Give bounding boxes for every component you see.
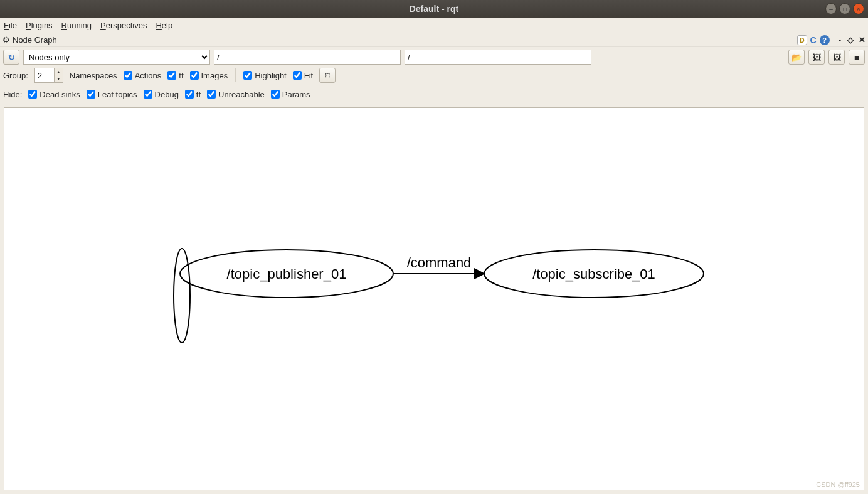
toolbar-hide: Hide: Dead sinks Leaf topics Debug tf Un… xyxy=(0,85,868,104)
window-title: Default - rqt xyxy=(0,4,868,14)
fit-button[interactable]: ⌑ xyxy=(319,68,336,83)
images-checkbox[interactable]: Images xyxy=(190,71,228,80)
panel-float-icon[interactable]: ◇ xyxy=(847,35,854,45)
graph-canvas-wrap: /topic_publisher_01 /topic_subscribe_01 … xyxy=(0,104,868,494)
menu-help[interactable]: Help xyxy=(156,21,172,30)
rosout-node-ellipse xyxy=(174,249,190,343)
panel-header: ⚙ Node Graph D C ? - ◇ ✕ xyxy=(0,33,868,47)
window-maximize-button[interactable]: □ xyxy=(839,3,850,14)
debug-checkbox[interactable]: Debug xyxy=(144,90,179,99)
refresh-c-icon[interactable]: C xyxy=(808,35,818,45)
hide-label: Hide: xyxy=(3,90,22,99)
params-checkbox[interactable]: Params xyxy=(271,90,310,99)
group-spinbox[interactable]: ▲ ▼ xyxy=(34,68,63,83)
menu-running[interactable]: Running xyxy=(61,21,92,30)
menubar: File Plugins Running Perspectives Help xyxy=(0,18,868,33)
group-label: Group: xyxy=(3,71,28,80)
watermark: CSDN @ff925 xyxy=(816,481,860,488)
unreachable-checkbox[interactable]: Unreachable xyxy=(207,90,265,99)
toolbar-group: Group: ▲ ▼ Namespaces Actions tf Images … xyxy=(0,66,868,85)
subscriber-label: /topic_subscribe_01 xyxy=(532,266,655,282)
spin-up-icon[interactable]: ▲ xyxy=(54,68,63,75)
open-folder-button[interactable]: 📂 xyxy=(788,50,805,65)
group-spin-input[interactable] xyxy=(35,71,51,80)
actions-checkbox[interactable]: Actions xyxy=(124,71,162,80)
menu-file[interactable]: File xyxy=(4,21,17,30)
display-mode-select[interactable]: Nodes only xyxy=(23,50,210,65)
tf-checkbox-1[interactable]: tf xyxy=(167,71,183,80)
window-square-button[interactable]: ■ xyxy=(849,50,865,65)
save-image-button-2[interactable]: 🖼 xyxy=(828,50,845,65)
toolbar-main: ↻ Nodes only 📂 🖼 🖼 ■ xyxy=(0,47,868,66)
node-filter-input[interactable] xyxy=(214,50,401,65)
dead-sinks-checkbox[interactable]: Dead sinks xyxy=(28,90,80,99)
folder-icon: 📂 xyxy=(791,53,802,62)
namespaces-label: Namespaces xyxy=(70,71,117,80)
leaf-topics-checkbox[interactable]: Leaf topics xyxy=(87,90,137,99)
panel-minimize-icon[interactable]: - xyxy=(839,35,841,45)
panel-close-icon[interactable]: ✕ xyxy=(859,35,865,45)
menu-perspectives[interactable]: Perspectives xyxy=(100,21,147,30)
d-badge-icon[interactable]: D xyxy=(797,35,807,45)
help-icon[interactable]: ? xyxy=(820,35,830,45)
node-graph-icon: ⚙ xyxy=(3,35,10,45)
panel-title: Node Graph xyxy=(13,35,795,45)
publisher-label: /topic_publisher_01 xyxy=(227,266,347,282)
separator xyxy=(235,68,236,82)
edge-label: /command xyxy=(407,255,472,271)
graph-svg: /topic_publisher_01 /topic_subscribe_01 … xyxy=(4,108,864,490)
square-icon: ■ xyxy=(854,53,859,62)
window-close-button[interactable]: × xyxy=(853,3,864,14)
window-titlebar: Default - rqt – □ × xyxy=(0,0,868,18)
menu-plugins[interactable]: Plugins xyxy=(26,21,53,30)
refresh-button[interactable]: ↻ xyxy=(3,50,19,65)
window-minimize-button[interactable]: – xyxy=(825,3,837,14)
fit-checkbox[interactable]: Fit xyxy=(293,71,313,80)
image-icon: 🖼 xyxy=(813,53,821,62)
save-image-button-1[interactable]: 🖼 xyxy=(808,50,825,65)
image-icon: 🖼 xyxy=(833,53,841,62)
tf-checkbox-2[interactable]: tf xyxy=(185,90,201,99)
graph-canvas[interactable]: /topic_publisher_01 /topic_subscribe_01 … xyxy=(4,107,864,490)
spin-down-icon[interactable]: ▼ xyxy=(54,75,63,82)
highlight-checkbox[interactable]: Highlight xyxy=(243,71,287,80)
topic-filter-input[interactable] xyxy=(405,50,591,65)
